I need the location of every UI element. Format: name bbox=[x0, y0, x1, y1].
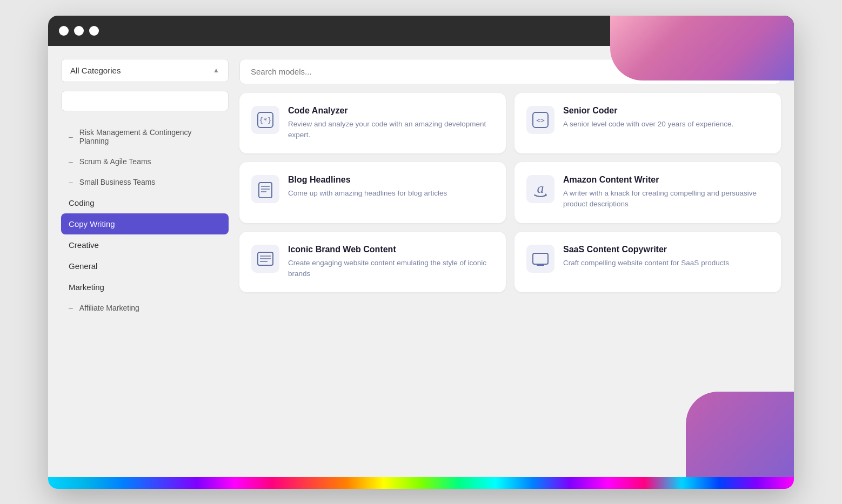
svg-text:a: a bbox=[537, 180, 544, 196]
card-title: Senior Coder bbox=[563, 106, 733, 116]
card-description: Craft compelling website content for Saa… bbox=[563, 258, 729, 268]
blog-headlines-icon bbox=[251, 175, 279, 203]
app-window: All Categories ▲ – Risk Management & Con… bbox=[48, 16, 794, 489]
card-description: Review and analyze your code with an ama… bbox=[288, 119, 494, 141]
sidebar-item-label: Small Business Teams bbox=[79, 178, 156, 186]
card-description: A writer with a knack for creating compe… bbox=[563, 188, 769, 210]
category-dropdown[interactable]: All Categories ▲ bbox=[61, 59, 229, 82]
sidebar: All Categories ▲ – Risk Management & Con… bbox=[61, 59, 229, 467]
iconic-brand-icon bbox=[251, 245, 279, 273]
traffic-lights bbox=[59, 26, 99, 36]
sidebar-item-general[interactable]: General bbox=[61, 256, 229, 277]
sidebar-item-risk[interactable]: – Risk Management & Contingency Planning bbox=[61, 122, 229, 151]
sidebar-item-label: Risk Management & Contingency Planning bbox=[79, 128, 221, 145]
card-title: Amazon Content Writer bbox=[563, 175, 769, 185]
sidebar-item-label: Coding bbox=[69, 198, 95, 207]
card-description: A senior level code with over 20 years o… bbox=[563, 119, 733, 130]
card-blog-headlines[interactable]: Blog Headlines Come up with amazing head… bbox=[239, 162, 506, 223]
sidebar-search-input[interactable] bbox=[61, 91, 229, 111]
sidebar-item-label: Marketing bbox=[69, 283, 104, 292]
category-dropdown-label: All Categories bbox=[70, 66, 121, 75]
card-description: Come up with amazing headlines for blog … bbox=[288, 188, 447, 199]
card-body: Iconic Brand Web Content Create engaging… bbox=[288, 245, 494, 280]
card-title: SaaS Content Copywriter bbox=[563, 245, 729, 254]
sidebar-item-marketing[interactable]: Marketing bbox=[61, 277, 229, 298]
sidebar-item-copy-writing[interactable]: Copy Writing bbox=[61, 213, 229, 234]
title-bar bbox=[48, 16, 794, 46]
minimize-button[interactable] bbox=[74, 26, 84, 36]
code-analyzer-icon: {*} bbox=[251, 106, 279, 134]
card-body: Amazon Content Writer A writer with a kn… bbox=[563, 175, 769, 210]
card-body: Code Analyzer Review and analyze your co… bbox=[288, 106, 494, 141]
dash-icon: – bbox=[69, 132, 73, 141]
svg-rect-13 bbox=[533, 253, 548, 264]
chevron-up-icon: ▲ bbox=[213, 66, 219, 74]
bottom-color-bar bbox=[48, 477, 794, 489]
content-area: {*} Code Analyzer Review and analyze you… bbox=[239, 59, 781, 467]
close-button[interactable] bbox=[59, 26, 69, 36]
sidebar-item-label: Copy Writing bbox=[69, 219, 115, 229]
card-body: SaaS Content Copywriter Craft compelling… bbox=[563, 245, 729, 268]
card-iconic-brand[interactable]: Iconic Brand Web Content Create engaging… bbox=[239, 232, 506, 293]
amazon-icon: a bbox=[526, 175, 554, 203]
dash-icon: – bbox=[69, 304, 73, 312]
saas-icon bbox=[526, 245, 554, 273]
sidebar-item-small-business[interactable]: – Small Business Teams bbox=[61, 172, 229, 192]
nav-list: – Risk Management & Contingency Planning… bbox=[61, 122, 229, 318]
sidebar-item-affiliate[interactable]: – Affiliate Marketing bbox=[61, 298, 229, 318]
card-description: Create engaging website content emulatin… bbox=[288, 258, 494, 280]
svg-text:{*}: {*} bbox=[259, 116, 271, 124]
sidebar-item-label: Scrum & Agile Teams bbox=[79, 157, 151, 166]
senior-coder-icon: <> bbox=[526, 106, 554, 134]
card-title: Blog Headlines bbox=[288, 175, 447, 185]
card-saas-copywriter[interactable]: SaaS Content Copywriter Craft compelling… bbox=[514, 232, 781, 293]
sidebar-item-label: Affiliate Marketing bbox=[79, 304, 139, 312]
main-content: All Categories ▲ – Risk Management & Con… bbox=[48, 46, 794, 489]
sidebar-item-label: General bbox=[69, 261, 97, 271]
svg-text:<>: <> bbox=[536, 116, 545, 124]
dash-icon: – bbox=[69, 178, 73, 186]
sidebar-item-creative[interactable]: Creative bbox=[61, 234, 229, 256]
card-body: Senior Coder A senior level code with ov… bbox=[563, 106, 733, 130]
sidebar-item-coding[interactable]: Coding bbox=[61, 192, 229, 213]
card-title: Code Analyzer bbox=[288, 106, 494, 116]
svg-rect-4 bbox=[259, 183, 272, 198]
card-body: Blog Headlines Come up with amazing head… bbox=[288, 175, 447, 199]
card-code-analyzer[interactable]: {*} Code Analyzer Review and analyze you… bbox=[239, 93, 506, 154]
cards-grid: {*} Code Analyzer Review and analyze you… bbox=[239, 93, 781, 293]
maximize-button[interactable] bbox=[89, 26, 99, 36]
sidebar-item-scrum[interactable]: – Scrum & Agile Teams bbox=[61, 151, 229, 172]
dash-icon: – bbox=[69, 157, 73, 166]
card-title: Iconic Brand Web Content bbox=[288, 245, 494, 254]
card-senior-coder[interactable]: <> Senior Coder A senior level code with… bbox=[514, 93, 781, 154]
card-amazon-writer[interactable]: a Amazon Content Writer A writer with a … bbox=[514, 162, 781, 223]
sidebar-item-label: Creative bbox=[69, 240, 99, 250]
search-input[interactable] bbox=[239, 59, 781, 84]
